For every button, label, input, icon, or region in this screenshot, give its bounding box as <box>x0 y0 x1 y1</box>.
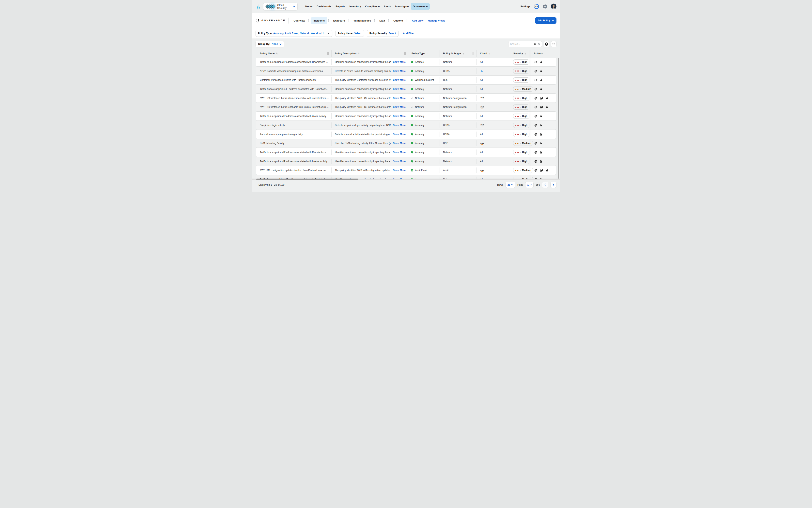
tab-menu-icon[interactable] <box>307 18 310 23</box>
download-button[interactable] <box>544 41 549 47</box>
sort-icon[interactable] <box>524 52 526 55</box>
tab-menu-icon[interactable] <box>347 18 350 23</box>
table-row[interactable]: Traffic to a suspicious IP address assoc… <box>256 157 556 166</box>
show-more-link[interactable]: Show More <box>393 106 406 109</box>
table-row[interactable]: Anomalous compute provisioning activityD… <box>256 130 556 139</box>
table-row[interactable]: Traffic to a suspicious IP address assoc… <box>256 112 556 121</box>
alarm-icon[interactable] <box>540 78 543 82</box>
horizontal-scrollbar-thumb[interactable] <box>256 178 358 180</box>
edit-icon[interactable] <box>534 115 537 118</box>
filter-policy-type[interactable]: Policy Type Anomaly, Audit Event, Networ… <box>256 30 332 37</box>
add-policy-button[interactable]: Add Policy <box>535 17 556 24</box>
tab-label[interactable]: Vulnerabilities <box>351 17 373 24</box>
filter-value[interactable]: Anomaly, Audit Event, Network, Workload … <box>273 32 326 35</box>
nav-item-alerts[interactable]: Alerts <box>382 3 393 10</box>
filter-value[interactable]: Select <box>389 32 396 35</box>
alarm-icon[interactable] <box>540 151 543 154</box>
sort-icon[interactable] <box>426 52 428 55</box>
table-row[interactable]: AWS EC2 instance that is reachable from … <box>256 103 556 112</box>
horizontal-scrollbar[interactable] <box>253 178 559 180</box>
tab-menu-icon[interactable] <box>405 18 408 23</box>
edit-icon[interactable] <box>534 78 537 82</box>
column-drag-handle[interactable] <box>472 52 474 55</box>
show-more-link[interactable]: Show More <box>393 115 406 118</box>
column-drag-handle[interactable] <box>436 52 437 55</box>
column-header-policy-description[interactable]: Policy Description <box>331 49 408 58</box>
sort-icon[interactable] <box>358 52 360 55</box>
clone-icon[interactable] <box>540 169 543 172</box>
alarm-icon[interactable] <box>540 115 543 118</box>
table-row[interactable]: Traffic from a suspicious IP address ass… <box>256 85 556 93</box>
edit-icon[interactable] <box>534 105 537 109</box>
column-header-cloud[interactable]: Cloud <box>477 49 510 58</box>
alarm-icon[interactable] <box>540 133 543 136</box>
show-more-link[interactable]: Show More <box>393 97 406 99</box>
show-more-link[interactable]: Show More <box>393 160 406 163</box>
manage-views-link[interactable]: Manage Views <box>428 19 445 22</box>
vertical-scrollbar-thumb[interactable] <box>558 58 559 178</box>
tab-menu-icon[interactable] <box>327 18 330 23</box>
user-avatar[interactable] <box>551 4 556 9</box>
clone-icon[interactable] <box>540 96 543 100</box>
alarm-icon[interactable] <box>540 142 543 145</box>
alarm-icon[interactable] <box>540 124 543 127</box>
add-filter-link[interactable]: Add Filter <box>403 32 414 35</box>
page-select[interactable]: 1 <box>525 182 534 188</box>
nav-item-home[interactable]: Home <box>303 3 314 10</box>
show-more-link[interactable]: Show More <box>393 133 406 136</box>
table-row[interactable]: Azure Compute workload disabling anti-ma… <box>256 67 556 76</box>
vertical-scrollbar[interactable] <box>558 58 559 178</box>
nav-item-compliance[interactable]: Compliance <box>363 3 382 10</box>
table-row[interactable]: Traffic to a suspicious IP address assoc… <box>256 58 556 67</box>
add-view-link[interactable]: Add View <box>412 19 423 22</box>
edit-icon[interactable] <box>534 96 537 100</box>
column-drag-handle[interactable] <box>327 52 329 55</box>
tab-menu-icon[interactable] <box>373 18 376 23</box>
sort-icon[interactable] <box>488 52 490 55</box>
alarm-icon[interactable] <box>540 160 543 163</box>
alarm-icon[interactable] <box>545 169 548 172</box>
filter-policy-name[interactable]: Policy Name Select <box>335 30 364 37</box>
show-more-link[interactable]: Show More <box>393 169 406 172</box>
edit-icon[interactable] <box>534 142 537 145</box>
column-header-severity[interactable]: Severity <box>510 49 530 58</box>
show-more-link[interactable]: Show More <box>393 79 406 81</box>
column-header-policy-subtype[interactable]: Policy Subtype <box>440 49 477 58</box>
show-more-link[interactable]: Show More <box>393 151 406 154</box>
ai-copilot-icon[interactable]: AI <box>542 4 547 9</box>
show-more-link[interactable]: Show More <box>393 88 406 90</box>
next-page-button[interactable] <box>550 182 556 188</box>
column-drag-handle[interactable] <box>506 52 507 55</box>
table-row[interactable]: Traffic to a suspicious IP address assoc… <box>256 148 556 157</box>
table-row[interactable]: Suspicious login activityDetects suspici… <box>256 121 556 130</box>
edit-icon[interactable] <box>534 169 537 172</box>
clear-search-icon[interactable] <box>538 43 540 45</box>
edit-icon[interactable] <box>534 60 537 64</box>
prisma-logo-icon[interactable] <box>256 4 261 9</box>
group-by-control[interactable]: Group By: None <box>256 41 284 47</box>
edit-icon[interactable] <box>534 151 537 154</box>
product-switcher[interactable]: Cloud Security <box>263 3 298 10</box>
table-row[interactable]: DNS Rebinding ActivityPotential DNS rebi… <box>256 139 556 147</box>
column-drag-handle[interactable] <box>404 52 406 55</box>
column-header-policy-name[interactable]: Policy Name <box>256 49 331 58</box>
filter-policy-severity[interactable]: Policy Severity Select <box>367 30 399 37</box>
edit-icon[interactable] <box>534 160 537 163</box>
tab-label[interactable]: Data <box>377 17 387 24</box>
tab-label[interactable]: Custom <box>391 17 405 24</box>
previous-page-button[interactable] <box>542 182 548 188</box>
alarm-icon[interactable] <box>545 96 548 100</box>
alarm-icon[interactable] <box>540 60 543 64</box>
tab-menu-icon[interactable] <box>387 18 390 23</box>
show-more-link[interactable]: Show More <box>393 124 406 127</box>
nav-item-reports[interactable]: Reports <box>333 3 347 10</box>
edit-icon[interactable] <box>534 87 537 91</box>
table-row[interactable]: AWS EC2 instance that is internet reacha… <box>256 94 556 102</box>
sort-icon[interactable] <box>462 52 464 55</box>
edit-icon[interactable] <box>534 124 537 127</box>
settings-link[interactable]: Settings <box>520 5 530 8</box>
tab-label[interactable]: Exposure <box>331 17 347 24</box>
show-more-link[interactable]: Show More <box>393 70 406 73</box>
nav-item-investigate[interactable]: Investigate <box>393 3 411 10</box>
column-header-policy-type[interactable]: Policy Type <box>408 49 440 58</box>
